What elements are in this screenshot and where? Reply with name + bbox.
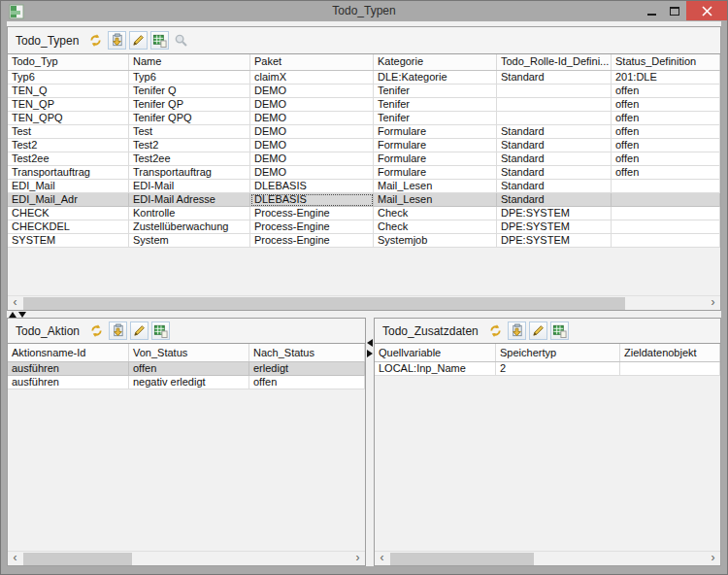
cell[interactable] — [497, 98, 612, 112]
cell[interactable] — [612, 207, 720, 220]
cell[interactable]: Mail_Lesen — [374, 180, 497, 193]
cell[interactable]: erledigt — [249, 362, 365, 376]
cell[interactable] — [497, 112, 612, 125]
cell[interactable]: Kontrolle — [129, 207, 250, 220]
cell[interactable]: Formulare — [374, 166, 497, 180]
cell[interactable]: DPE:SYSTEM — [497, 234, 612, 248]
table-row[interactable]: CHECKKontrolleProcess-EngineCheckDPE:SYS… — [8, 207, 720, 220]
scrollbar-thumb[interactable] — [23, 297, 625, 310]
cell[interactable]: Formulare — [374, 125, 497, 139]
table-row[interactable]: LOCAL:Inp_Name2 — [375, 362, 720, 376]
cell[interactable]: Tenifer QPQ — [129, 112, 250, 125]
cell[interactable]: Typ6 — [129, 71, 250, 85]
paste-icon[interactable] — [108, 31, 126, 50]
cell[interactable]: CHECK — [8, 207, 129, 220]
cell[interactable]: Tenifer — [374, 98, 497, 112]
cell[interactable]: DEMO — [250, 152, 374, 166]
refresh-icon[interactable] — [486, 321, 505, 340]
cell[interactable]: Process-Engine — [250, 207, 374, 220]
scroll-right-icon[interactable]: › — [706, 552, 720, 565]
cell[interactable]: claimX — [250, 71, 374, 85]
minimize-button[interactable] — [640, 1, 663, 20]
horizontal-scrollbar[interactable]: ‹ › — [375, 551, 720, 565]
cell[interactable]: Tenifer Q — [129, 85, 250, 98]
cell[interactable]: DPE:SYSTEM — [497, 207, 612, 220]
edit-icon[interactable] — [129, 31, 148, 50]
cell[interactable]: DLEBASIS — [250, 180, 374, 193]
cell[interactable]: Test2ee — [8, 152, 129, 166]
cell[interactable]: offen — [612, 125, 720, 139]
cell[interactable]: EDI-Mail — [129, 180, 250, 193]
cell[interactable]: offen — [612, 166, 720, 180]
cell[interactable]: Test — [8, 125, 129, 139]
cell[interactable]: Standard — [497, 125, 612, 139]
table-row[interactable]: TEN_QTenifer QDEMOTeniferoffen — [8, 85, 720, 98]
cell[interactable]: offen — [612, 85, 720, 98]
cell[interactable]: Check — [374, 220, 497, 234]
column-header[interactable]: Todo_Typ — [8, 54, 129, 70]
table-row[interactable]: TEN_QPQTenifer QPQDEMOTeniferoffen — [8, 112, 720, 125]
cell[interactable]: System — [129, 234, 250, 248]
cell[interactable]: Formulare — [374, 139, 497, 152]
paste-icon[interactable] — [109, 321, 127, 340]
cell[interactable]: DLE:Kategorie — [374, 71, 497, 85]
paste-icon[interactable] — [508, 321, 526, 340]
cell[interactable]: Systemjob — [374, 234, 497, 248]
cell[interactable]: EDI_Mail_Adr — [8, 193, 129, 207]
table-row[interactable]: Typ6Typ6claimXDLE:KategorieStandard201:D… — [8, 71, 720, 85]
table-row[interactable]: TransportauftragTransportauftragDEMOForm… — [8, 166, 720, 180]
scrollbar-thumb[interactable] — [23, 553, 132, 565]
table-row[interactable]: TEN_QPTenifer QPDEMOTeniferoffen — [8, 98, 720, 112]
column-header[interactable]: Aktionsname-Id — [8, 344, 129, 361]
table-row[interactable]: ausführennegativ erledigtoffen — [8, 376, 365, 389]
horizontal-scrollbar[interactable]: ‹ › — [8, 551, 365, 565]
cell[interactable]: Tenifer — [374, 85, 497, 98]
scroll-right-icon[interactable]: › — [706, 296, 720, 310]
horizontal-scrollbar[interactable]: ‹ › — [8, 295, 720, 310]
table-row[interactable]: EDI_Mail_AdrEDI-Mail AdresseDLEBASISMail… — [8, 193, 720, 207]
cell[interactable]: ausführen — [8, 376, 129, 389]
cell[interactable]: Zustellüberwachung — [129, 220, 250, 234]
excel-export-icon[interactable] — [550, 321, 569, 340]
column-header[interactable]: Nach_Status — [249, 344, 365, 361]
cell[interactable]: SYSTEM — [8, 234, 129, 248]
cell[interactable]: DEMO — [250, 112, 374, 125]
edit-icon[interactable] — [130, 321, 149, 340]
column-header[interactable]: Kategorie — [374, 54, 497, 70]
cell[interactable]: offen — [612, 112, 720, 125]
cell[interactable]: Formulare — [374, 152, 497, 166]
column-header[interactable]: Zieldatenobjekt — [620, 344, 720, 361]
cell[interactable]: offen — [612, 98, 720, 112]
refresh-icon[interactable] — [87, 321, 106, 340]
cell[interactable]: DLEBASIS — [250, 193, 374, 207]
cell[interactable]: CHECKDEL — [8, 220, 129, 234]
cell[interactable]: negativ erledigt — [129, 376, 249, 389]
cell[interactable]: Typ6 — [8, 71, 129, 85]
scroll-left-icon[interactable]: ‹ — [8, 552, 22, 565]
column-header[interactable]: Speichertyp — [496, 344, 620, 361]
cell[interactable]: Standard — [497, 193, 612, 207]
column-header[interactable]: Status_Definition — [612, 54, 720, 70]
cell[interactable]: 201:DLE — [612, 71, 720, 85]
cell[interactable]: Check — [374, 207, 497, 220]
cell[interactable] — [612, 220, 720, 234]
scrollbar-thumb[interactable] — [390, 553, 534, 565]
cell[interactable]: Standard — [497, 152, 612, 166]
cell[interactable] — [620, 362, 720, 376]
cell[interactable]: offen — [612, 139, 720, 152]
cell[interactable]: Process-Engine — [250, 234, 374, 248]
cell[interactable]: EDI_Mail — [8, 180, 129, 193]
cell[interactable]: Transportauftrag — [8, 166, 129, 180]
cell[interactable]: DEMO — [250, 98, 374, 112]
cell[interactable]: Test2 — [8, 139, 129, 152]
table-row[interactable]: TestTestDEMOFormulareStandardoffen — [8, 125, 720, 139]
edit-icon[interactable] — [529, 321, 547, 340]
scroll-right-icon[interactable]: › — [350, 552, 365, 565]
cell[interactable]: Test2 — [129, 139, 250, 152]
cell[interactable]: Tenifer — [374, 112, 497, 125]
cell[interactable]: DEMO — [250, 139, 374, 152]
table-row[interactable]: ausführenoffenerledigt — [8, 362, 365, 376]
cell[interactable]: Tenifer QP — [129, 98, 250, 112]
excel-export-icon[interactable] — [151, 321, 170, 340]
excel-export-icon[interactable] — [150, 31, 169, 50]
